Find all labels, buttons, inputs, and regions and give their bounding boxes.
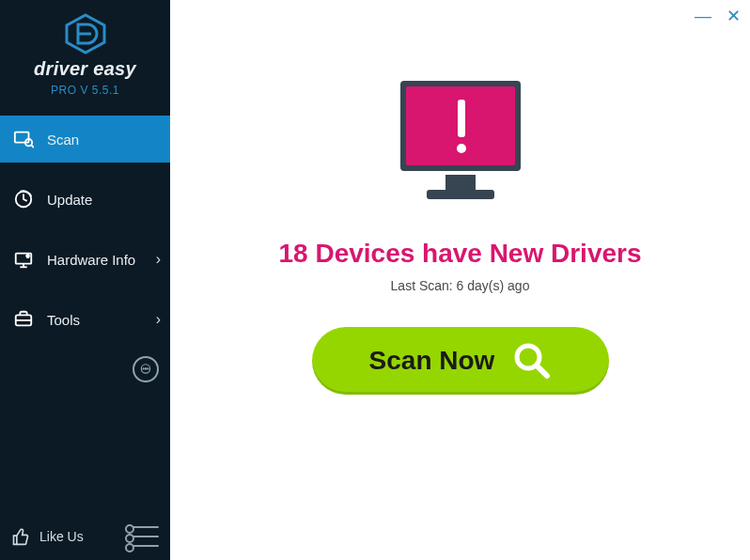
sidebar-item-tools[interactable]: Tools › bbox=[0, 296, 170, 343]
brand-name: driver easy bbox=[0, 58, 170, 80]
sidebar-bottom: Like Us bbox=[0, 517, 170, 560]
sidebar-item-label: Update bbox=[47, 192, 92, 208]
chevron-right-icon: › bbox=[156, 311, 161, 328]
thumbs-up-icon[interactable] bbox=[11, 527, 30, 546]
app-window: driver easy PRO V 5.5.1 Scan bbox=[0, 0, 750, 560]
brand-version: PRO V 5.5.1 bbox=[0, 84, 170, 97]
update-icon bbox=[13, 189, 34, 210]
sidebar-item-hardware[interactable]: i Hardware Info › bbox=[0, 236, 170, 283]
hardware-icon: i bbox=[13, 249, 34, 270]
window-controls: — ✕ bbox=[695, 8, 741, 24]
svg-point-22 bbox=[457, 144, 466, 153]
close-button[interactable]: ✕ bbox=[727, 8, 741, 24]
search-icon bbox=[511, 340, 551, 382]
sidebar-item-label: Hardware Info bbox=[47, 252, 135, 268]
menu-icon[interactable] bbox=[133, 526, 159, 547]
brand-block: driver easy PRO V 5.5.1 bbox=[0, 0, 170, 102]
svg-rect-2 bbox=[15, 132, 29, 143]
scan-icon bbox=[13, 129, 34, 149]
chevron-right-icon: › bbox=[156, 251, 161, 268]
sidebar-item-update[interactable]: Update bbox=[0, 176, 170, 223]
sidebar-nav: Scan Update bbox=[0, 116, 170, 356]
sidebar-item-label: Scan bbox=[47, 132, 79, 148]
brand-logo-icon bbox=[0, 13, 170, 54]
status-headline: 18 Devices have New Drivers bbox=[278, 239, 641, 269]
svg-point-16 bbox=[148, 368, 148, 369]
svg-rect-20 bbox=[427, 190, 494, 199]
scan-now-label: Scan Now bbox=[369, 346, 495, 376]
like-us-label[interactable]: Like Us bbox=[39, 529, 84, 544]
svg-rect-21 bbox=[458, 100, 465, 137]
sidebar: driver easy PRO V 5.5.1 Scan bbox=[0, 0, 170, 560]
minimize-button[interactable]: — bbox=[695, 8, 711, 24]
svg-point-15 bbox=[145, 368, 146, 369]
main-panel: — ✕ 18 Devices have New Drivers Last Sca… bbox=[170, 0, 750, 560]
sidebar-item-label: Tools bbox=[47, 312, 80, 328]
tools-icon bbox=[13, 309, 34, 330]
svg-rect-19 bbox=[445, 175, 476, 190]
alert-monitor-icon bbox=[385, 73, 536, 218]
chat-icon[interactable] bbox=[133, 356, 159, 382]
scan-now-button[interactable]: Scan Now bbox=[312, 327, 609, 395]
last-scan-text: Last Scan: 6 day(s) ago bbox=[391, 278, 530, 293]
svg-line-24 bbox=[537, 366, 547, 376]
svg-line-4 bbox=[31, 145, 34, 148]
feedback-row bbox=[0, 356, 170, 386]
sidebar-item-scan[interactable]: Scan bbox=[0, 116, 170, 163]
svg-point-14 bbox=[143, 368, 144, 369]
